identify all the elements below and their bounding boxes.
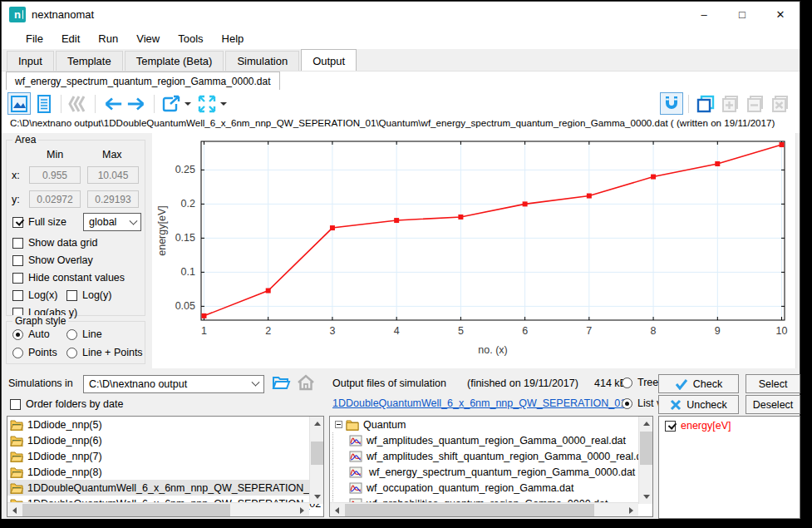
y-min-field[interactable]: 0.02972 bbox=[29, 190, 81, 208]
fullscreen-dropdown-caret[interactable] bbox=[220, 102, 227, 106]
menu-run[interactable]: Run bbox=[89, 29, 127, 48]
x-max-field[interactable]: 10.045 bbox=[87, 166, 139, 184]
tab-template-beta[interactable]: Template (Beta) bbox=[125, 51, 224, 71]
radio-icon[interactable] bbox=[66, 348, 77, 358]
checkbox-icon[interactable] bbox=[66, 290, 77, 301]
scroll-up-icon[interactable] bbox=[314, 422, 321, 426]
output-files-tree[interactable]: Quantum wf_amplitudes_quantum_region_Gam… bbox=[329, 416, 653, 517]
checkbox-icon[interactable] bbox=[665, 421, 676, 432]
simulations-path-combobox[interactable]: C:\D\nextnano output bbox=[83, 375, 264, 393]
menu-tools[interactable]: Tools bbox=[169, 29, 212, 48]
subtab-current-file[interactable]: wf_energy_spectrum_quantum_region_Gamma_… bbox=[6, 72, 280, 91]
show-data-grid-checkbox[interactable]: Show data grid bbox=[12, 237, 97, 249]
export-button[interactable] bbox=[160, 92, 183, 115]
scroll-left-icon[interactable] bbox=[12, 507, 17, 514]
tree-root-row[interactable]: Quantum bbox=[330, 417, 652, 432]
text-view-button[interactable] bbox=[32, 92, 56, 115]
radio-line[interactable]: Line bbox=[66, 328, 102, 340]
radio-icon[interactable] bbox=[12, 348, 23, 358]
scrollbar-thumb[interactable] bbox=[345, 504, 594, 516]
checkbox-icon[interactable] bbox=[12, 290, 23, 301]
menu-edit[interactable]: Edit bbox=[52, 29, 89, 48]
scroll-right-icon[interactable] bbox=[300, 507, 304, 514]
fullscreen-button[interactable] bbox=[195, 92, 219, 115]
files-horizontal-scrollbar[interactable] bbox=[330, 502, 638, 516]
tab-input[interactable]: Input bbox=[7, 51, 54, 71]
radio-line-points[interactable]: Line + Points bbox=[66, 347, 143, 358]
scroll-up-icon[interactable] bbox=[643, 422, 650, 426]
hide-constant-values-checkbox[interactable]: Hide constant values bbox=[12, 272, 125, 284]
file-row[interactable]: wf_amplitudes_shift_quantum_region_Gamma… bbox=[330, 448, 652, 464]
scrollbar-thumb[interactable] bbox=[22, 504, 230, 516]
file-row-selected[interactable]: wf_energy_spectrum_quantum_region_Gamma_… bbox=[330, 464, 652, 480]
menu-view[interactable]: View bbox=[127, 29, 169, 48]
file-row[interactable]: wf_occupation_quantum_region_Gamma.dat bbox=[330, 480, 652, 496]
select-button[interactable]: Select bbox=[746, 374, 800, 393]
scrollbar-thumb[interactable] bbox=[311, 442, 323, 465]
simulation-folder-link[interactable]: 1DDoubleQuantumWell_6_x_6nm_nnp_QW_SEPER… bbox=[332, 397, 626, 409]
checkbox-icon[interactable] bbox=[12, 238, 23, 249]
full-size-scope-select[interactable]: global bbox=[83, 213, 141, 231]
snap-magnet-button[interactable] bbox=[660, 92, 683, 115]
radio-auto[interactable]: Auto bbox=[12, 328, 50, 340]
export-dropdown-caret[interactable] bbox=[185, 102, 191, 106]
scroll-down-icon[interactable] bbox=[643, 495, 650, 499]
tab-template[interactable]: Template bbox=[56, 51, 123, 71]
back-button[interactable] bbox=[101, 92, 124, 115]
checkbox-icon[interactable] bbox=[10, 399, 21, 410]
scrollbar-thumb[interactable] bbox=[640, 432, 652, 465]
log-y-checkbox[interactable]: Log(y) bbox=[66, 289, 111, 301]
scroll-right-icon[interactable] bbox=[629, 507, 633, 514]
menu-help[interactable]: Help bbox=[213, 29, 253, 48]
copy-window-button[interactable] bbox=[694, 92, 717, 115]
layers-button[interactable] bbox=[66, 92, 90, 115]
remove-overlay-button[interactable] bbox=[744, 92, 767, 115]
order-folders-checkbox[interactable]: Order folders by date bbox=[10, 398, 123, 410]
radio-icon[interactable] bbox=[66, 329, 77, 340]
radio-icon[interactable] bbox=[622, 398, 632, 409]
check-button[interactable]: Check bbox=[658, 374, 739, 393]
collapse-icon[interactable] bbox=[335, 421, 342, 428]
scroll-left-icon[interactable] bbox=[335, 507, 339, 514]
maximize-button[interactable]: □ bbox=[723, 2, 761, 27]
checkbox-icon[interactable] bbox=[12, 255, 23, 266]
folders-horizontal-scrollbar[interactable] bbox=[7, 502, 309, 516]
deselect-button[interactable]: Deselect bbox=[746, 395, 800, 414]
uncheck-button[interactable]: Uncheck bbox=[658, 395, 739, 414]
home-folder-button[interactable] bbox=[296, 373, 316, 395]
folders-vertical-scrollbar[interactable] bbox=[309, 417, 323, 504]
file-row[interactable]: wf_amplitudes_quantum_region_Gamma_0000_… bbox=[330, 432, 652, 448]
graph-view-button[interactable] bbox=[7, 92, 31, 115]
tab-simulation[interactable]: Simulation bbox=[225, 51, 299, 71]
close-button[interactable]: ✕ bbox=[761, 2, 800, 27]
folder-row[interactable]: 1Ddiode_nnp(7) bbox=[7, 448, 323, 464]
radio-icon[interactable] bbox=[12, 329, 23, 340]
radio-points[interactable]: Points bbox=[12, 347, 57, 358]
checkbox-icon[interactable] bbox=[12, 217, 23, 228]
simulation-folders-list[interactable]: 1Ddiode_nnp(5) 1Ddiode_nnp(6) 1Ddiode_nn… bbox=[7, 416, 324, 517]
folder-row[interactable]: 1Ddiode_nnp(6) bbox=[7, 432, 323, 448]
minimize-button[interactable]: – bbox=[685, 2, 723, 27]
browse-folder-button[interactable] bbox=[271, 373, 291, 395]
forward-button[interactable] bbox=[125, 92, 149, 115]
scroll-down-icon[interactable] bbox=[314, 495, 321, 499]
folder-row[interactable]: 1Ddiode_nnp(5) bbox=[7, 417, 323, 432]
full-size-checkbox[interactable]: Full size global bbox=[12, 216, 66, 228]
full-size-label: Full size bbox=[28, 216, 66, 228]
menu-file[interactable]: File bbox=[17, 29, 52, 48]
y-max-field[interactable]: 0.29193 bbox=[87, 190, 139, 208]
tab-output[interactable]: Output bbox=[301, 49, 357, 71]
folder-row[interactable]: 1Ddiode_nnp(8) bbox=[7, 464, 323, 480]
curves-list[interactable]: energy[eV] bbox=[658, 416, 800, 519]
clear-overlay-button[interactable] bbox=[769, 92, 792, 115]
files-vertical-scrollbar[interactable] bbox=[638, 417, 652, 504]
curve-row[interactable]: energy[eV] bbox=[659, 417, 800, 435]
energy-spectrum-chart[interactable]: 123456789100.050.10.150.20.25no. (x)ener… bbox=[152, 133, 796, 368]
folder-row-selected[interactable]: 1DDoubleQuantumWell_6_x_6nm_nnp_QW_SEPER… bbox=[7, 480, 323, 496]
add-overlay-button[interactable] bbox=[719, 92, 742, 115]
radio-icon[interactable] bbox=[622, 377, 632, 388]
checkbox-icon[interactable] bbox=[12, 273, 23, 284]
show-overlay-checkbox[interactable]: Show Overlay bbox=[12, 254, 93, 266]
x-min-field[interactable]: 0.955 bbox=[29, 166, 81, 184]
log-x-checkbox[interactable]: Log(x) bbox=[12, 289, 57, 301]
